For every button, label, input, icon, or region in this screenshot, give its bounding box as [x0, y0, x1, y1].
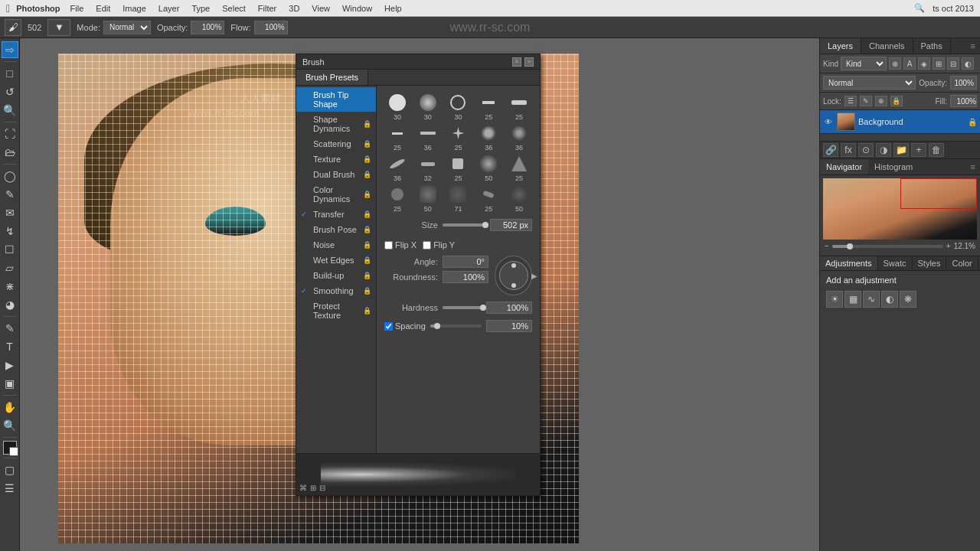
brush-preset-14[interactable]: 50	[474, 153, 503, 182]
tab-channels[interactable]: Channels	[861, 38, 913, 54]
menu-filter[interactable]: Filter	[253, 2, 282, 15]
menu-edit[interactable]: Edit	[90, 2, 116, 15]
hardness-slider[interactable]	[443, 306, 482, 309]
nav-panel-close[interactable]: ≡	[966, 159, 980, 174]
dodge-tool[interactable]: ◕	[2, 296, 18, 313]
brush-preset-16[interactable]: 25	[383, 184, 412, 213]
tab-paths[interactable]: Paths	[913, 38, 951, 54]
wet-edges-item[interactable]: Wet Edges 🔒	[296, 253, 376, 268]
size-slider[interactable]	[443, 223, 485, 227]
menu-select[interactable]: Select	[217, 2, 251, 15]
nav-view-box[interactable]	[900, 178, 978, 209]
opacity-input[interactable]	[191, 21, 224, 34]
foreground-color[interactable]	[3, 441, 17, 455]
kind-select[interactable]: Kind	[841, 57, 887, 70]
dual-brush-item[interactable]: Dual Brush 🔒	[296, 167, 376, 182]
menu-window[interactable]: Window	[337, 2, 377, 15]
clone-stamp-tool[interactable]: ✉	[2, 204, 18, 221]
texture-item[interactable]: Texture 🔒	[296, 152, 376, 167]
color-dynamics-item[interactable]: Color Dynamics 🔒	[296, 182, 376, 207]
screen-mode[interactable]: ▢	[2, 461, 18, 478]
brush-preset-1[interactable]: 30	[383, 92, 412, 121]
brush-preset-11[interactable]: 36	[383, 153, 412, 182]
blur-tool[interactable]: ⋇	[2, 278, 18, 295]
tab-navigator[interactable]: Navigator	[820, 159, 868, 174]
adj-curves-btn[interactable]: ∿	[863, 291, 880, 308]
spacing-slider[interactable]	[430, 324, 482, 328]
brush-preset-2[interactable]: 30	[413, 92, 443, 121]
brush-preview-btn3[interactable]: ⊟	[319, 484, 325, 492]
opacity-input[interactable]	[950, 76, 977, 90]
layer-filter-1[interactable]: ⊕	[889, 57, 901, 70]
lock-position-btn[interactable]: ✎	[860, 96, 872, 106]
menu-view[interactable]: View	[306, 2, 335, 15]
gradient-tool[interactable]: ▱	[2, 259, 18, 276]
new-layer-btn[interactable]: +	[911, 143, 926, 157]
brush-preset-15[interactable]: 25	[505, 153, 534, 182]
brush-preset-5[interactable]: 25	[505, 92, 534, 121]
delete-layer-btn[interactable]: 🗑	[929, 143, 944, 157]
brush-tool[interactable]: ✎	[2, 186, 18, 203]
brush-preset-17[interactable]: 50	[413, 184, 443, 213]
quick-select-tool[interactable]: 🔍	[2, 102, 18, 119]
extra-tools[interactable]: ☰	[2, 480, 18, 497]
tab-styles[interactable]: Styles	[913, 256, 947, 270]
roundness-input[interactable]	[443, 271, 488, 283]
spacing-input[interactable]	[486, 320, 532, 332]
brush-preset-7[interactable]: 36	[413, 122, 443, 152]
menu-layer[interactable]: Layer	[153, 2, 185, 15]
spot-healing-tool[interactable]: ◯	[2, 168, 18, 184]
hardness-input[interactable]	[486, 302, 532, 314]
flow-input[interactable]	[254, 21, 288, 34]
tab-adjustments[interactable]: Adjustments	[820, 256, 878, 270]
brush-presets-tab[interactable]: Brush Presets	[296, 70, 368, 85]
adj-hue-sat-btn[interactable]: ◐	[881, 291, 898, 308]
nav-zoom-slider[interactable]	[832, 245, 943, 248]
brush-preset-13[interactable]: 25	[444, 153, 473, 182]
menu-help[interactable]: Help	[379, 2, 407, 15]
brush-preset-picker[interactable]: ▼	[47, 19, 70, 36]
brush-tip-shape-item[interactable]: Brush Tip Shape	[296, 87, 376, 112]
blend-mode-select[interactable]: Normal	[823, 76, 916, 90]
move-tool[interactable]: ⇨	[2, 41, 18, 58]
noise-item[interactable]: Noise 🔒	[296, 237, 376, 253]
brush-preset-19[interactable]: 25	[474, 184, 503, 213]
brush-preset-20[interactable]: 50	[505, 184, 534, 213]
brush-preset-18[interactable]: 71	[444, 184, 473, 213]
brush-preset-8[interactable]: 25	[444, 122, 473, 152]
history-brush-tool[interactable]: ↯	[2, 223, 18, 240]
buildup-item[interactable]: Build-up 🔒	[296, 268, 376, 283]
layers-panel-close[interactable]: ≡	[966, 38, 980, 54]
flip-x-label[interactable]: Flip X	[384, 240, 416, 249]
lock-all-btn[interactable]: 🔒	[890, 96, 903, 106]
brush-panel-close-btn[interactable]: ×	[524, 57, 534, 67]
pen-tool[interactable]: ✎	[2, 320, 18, 337]
marquee-tool[interactable]: □	[2, 65, 18, 82]
flip-x-checkbox[interactable]	[384, 241, 393, 249]
lock-pixels-btn[interactable]: ☰	[844, 96, 857, 106]
brush-panel-menu-btn[interactable]: ≡	[512, 57, 521, 67]
crop-tool[interactable]: ⛶	[2, 126, 18, 142]
flip-y-label[interactable]: Flip Y	[423, 240, 455, 249]
menu-type[interactable]: Type	[186, 2, 215, 15]
shape-tool[interactable]: ▣	[2, 375, 18, 392]
layer-effects-btn[interactable]: fx	[841, 143, 856, 157]
adj-brightness-btn[interactable]: ☀	[826, 291, 843, 308]
tab-color[interactable]: Color	[946, 256, 978, 270]
flip-y-checkbox[interactable]	[423, 241, 431, 249]
brush-preview-btn1[interactable]: ⌘	[299, 484, 307, 492]
menu-file[interactable]: File	[65, 2, 90, 15]
fill-input[interactable]	[950, 95, 977, 107]
adj-vibrance-btn[interactable]: ❋	[900, 291, 916, 308]
brush-preset-12[interactable]: 32	[413, 153, 443, 182]
type-tool[interactable]: T	[2, 338, 18, 355]
mode-select[interactable]: Normal Multiply	[103, 21, 151, 34]
lasso-tool[interactable]: ↺	[2, 83, 18, 100]
menu-3d[interactable]: 3D	[283, 2, 305, 15]
path-select-tool[interactable]: ▶	[2, 357, 18, 373]
transfer-item[interactable]: ✓ Transfer 🔒	[296, 207, 376, 222]
add-adjustment-btn[interactable]: ◑	[876, 143, 891, 157]
spacing-checkbox[interactable]	[384, 322, 393, 331]
brush-preset-4[interactable]: 25	[474, 92, 503, 121]
protect-texture-item[interactable]: Protect Texture 🔒	[296, 298, 376, 323]
